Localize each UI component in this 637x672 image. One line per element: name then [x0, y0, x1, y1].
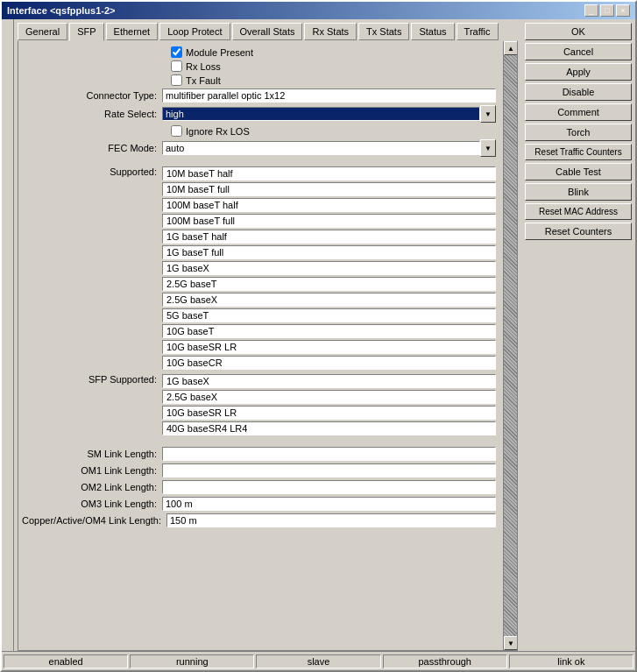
cancel-button[interactable]: Cancel — [525, 43, 632, 60]
close-button[interactable]: × — [616, 4, 630, 17]
scroll-down-button[interactable]: ▼ — [504, 636, 518, 650]
list-item: 10G baseCR — [162, 356, 496, 370]
reset-mac-button[interactable]: Reset MAC Address — [525, 203, 632, 220]
list-item: 40G baseSR4 LR4 — [162, 421, 496, 435]
right-panel: OK Cancel Apply Disable Comment Torch Re… — [521, 19, 635, 651]
left-panel: General SFP Ethernet Loop Protect Overal… — [14, 19, 521, 651]
torch-button[interactable]: Torch — [525, 124, 632, 141]
rate-select-row: Rate Select: ▼ — [22, 105, 513, 123]
left-sidebar — [2, 19, 14, 651]
sfp-supported-label: SFP Supported: — [22, 374, 162, 385]
list-item: 1G baseX — [162, 374, 496, 388]
minimize-button[interactable]: _ — [584, 4, 598, 17]
om2-link-length-value — [162, 480, 496, 494]
tab-content: Module Present Rx Loss Tx Fault Conn — [18, 40, 518, 651]
gap1 — [22, 159, 513, 166]
tab-status[interactable]: Status — [411, 23, 454, 40]
reset-traffic-button[interactable]: Reset Traffic Counters — [525, 144, 632, 160]
copper-om4-link-length-input[interactable] — [166, 513, 496, 527]
list-item: 100M baseT half — [162, 198, 496, 212]
sm-link-length-input[interactable] — [162, 447, 496, 461]
om1-link-length-row: OM1 Link Length: — [22, 463, 513, 477]
tab-general[interactable]: General — [18, 23, 67, 40]
scroll-up-button[interactable]: ▲ — [504, 41, 518, 55]
rate-select-dropdown-btn[interactable]: ▼ — [480, 105, 496, 123]
rx-loss-checkbox[interactable] — [171, 60, 182, 72]
cable-test-button[interactable]: Cable Test — [525, 163, 632, 180]
module-present-checkbox[interactable] — [171, 46, 182, 58]
sm-link-length-label: SM Link Length: — [22, 449, 162, 459]
rate-select-value: ▼ — [162, 105, 496, 123]
list-item: 1G baseX — [162, 261, 496, 275]
tab-traffic[interactable]: Traffic — [457, 23, 499, 40]
connector-type-label: Connector Type: — [22, 90, 162, 101]
status-enabled: enabled — [4, 654, 128, 668]
tab-sfp[interactable]: SFP — [69, 23, 103, 41]
tab-tx-stats[interactable]: Tx Stats — [358, 23, 409, 40]
sm-link-length-row: SM Link Length: — [22, 447, 513, 461]
supported-label: Supported: — [22, 166, 162, 177]
gap2 — [22, 440, 513, 447]
om3-link-length-input[interactable] — [162, 497, 496, 511]
reset-counters-button[interactable]: Reset Counters — [525, 223, 632, 240]
disable-button[interactable]: Disable — [525, 83, 632, 101]
window-title: Interface <qsfpplus1-2> — [7, 5, 116, 16]
tx-fault-checkbox[interactable] — [171, 74, 182, 86]
window-body: General SFP Ethernet Loop Protect Overal… — [2, 19, 635, 651]
title-bar-buttons: _ □ × — [584, 4, 630, 17]
connector-type-value — [162, 88, 496, 103]
tab-overall-stats[interactable]: Overall Stats — [232, 23, 303, 40]
rate-select-input[interactable] — [162, 107, 480, 121]
sfp-supported-list: 1G baseX 2.5G baseX 10G baseSR LR 40G ba… — [162, 374, 496, 437]
module-present-row: Module Present — [171, 46, 513, 58]
list-item: 10G baseSR LR — [162, 406, 496, 420]
list-item: 100M baseT full — [162, 214, 496, 228]
list-item: 10M baseT full — [162, 182, 496, 196]
list-item: 1G baseT half — [162, 230, 496, 244]
scrollbar[interactable]: ▲ ▼ — [503, 41, 517, 650]
main-window: Interface <qsfpplus1-2> _ □ × General SF… — [0, 0, 637, 672]
list-item: 2.5G baseX — [162, 293, 496, 307]
maximize-button[interactable]: □ — [600, 4, 614, 17]
fec-mode-label: FEC Mode: — [22, 143, 162, 153]
rate-select-label: Rate Select: — [22, 109, 162, 119]
om2-link-length-label: OM2 Link Length: — [22, 482, 162, 492]
fec-mode-dropdown-btn[interactable]: ▼ — [480, 139, 496, 157]
scroll-track[interactable] — [504, 55, 517, 636]
status-link-ok: link ok — [509, 654, 633, 668]
ok-button[interactable]: OK — [525, 23, 632, 40]
tx-fault-label: Tx Fault — [186, 75, 221, 86]
ignore-rx-los-label: Ignore Rx LOS — [186, 126, 250, 137]
om3-link-length-label: OM3 Link Length: — [22, 499, 162, 509]
tab-rx-stats[interactable]: Rx Stats — [304, 23, 357, 40]
connector-type-input[interactable] — [162, 88, 496, 103]
fec-mode-row: FEC Mode: ▼ — [22, 139, 513, 157]
om2-link-length-input[interactable] — [162, 480, 496, 494]
status-passthrough: passthrough — [383, 654, 507, 668]
apply-button[interactable]: Apply — [525, 63, 632, 81]
list-item: 2.5G baseT — [162, 277, 496, 291]
fec-mode-value: ▼ — [162, 139, 496, 157]
om1-link-length-value — [162, 463, 496, 477]
module-present-label: Module Present — [186, 47, 253, 58]
status-running: running — [130, 654, 254, 668]
status-bar: enabled running slave passthrough link o… — [2, 651, 635, 670]
tx-fault-row: Tx Fault — [171, 74, 513, 86]
om3-link-length-value — [162, 497, 496, 511]
tab-content-inner: Module Present Rx Loss Tx Fault Conn — [18, 41, 517, 650]
blink-button[interactable]: Blink — [525, 183, 632, 201]
om1-link-length-input[interactable] — [162, 463, 496, 477]
om1-link-length-label: OM1 Link Length: — [22, 465, 162, 476]
copper-om4-link-length-row: Copper/Active/OM4 Link Length: — [22, 513, 513, 527]
connector-type-row: Connector Type: — [22, 88, 513, 103]
bottom-gap — [22, 530, 513, 548]
om2-link-length-row: OM2 Link Length: — [22, 480, 513, 494]
title-bar: Interface <qsfpplus1-2> _ □ × — [2, 2, 635, 19]
ignore-rx-los-checkbox[interactable] — [171, 125, 182, 137]
comment-button[interactable]: Comment — [525, 103, 632, 121]
tab-loop-protect[interactable]: Loop Protect — [159, 23, 230, 40]
sfp-supported-row: SFP Supported: 1G baseX 2.5G baseX 10G b… — [22, 374, 513, 437]
fec-mode-input[interactable] — [162, 141, 480, 155]
tab-ethernet[interactable]: Ethernet — [106, 23, 159, 40]
sm-link-length-value — [162, 447, 496, 461]
